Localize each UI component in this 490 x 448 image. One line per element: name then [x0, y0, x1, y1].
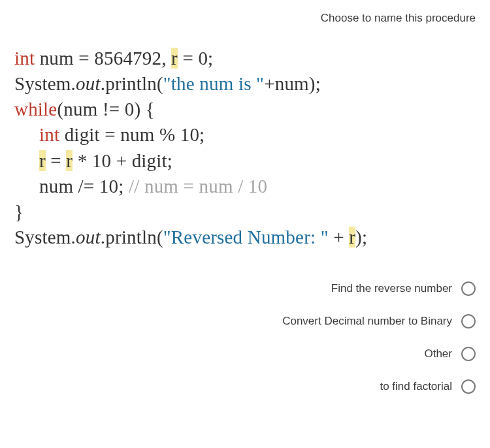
option-row[interactable]: to find factorial: [0, 370, 476, 403]
option-row[interactable]: Find the reverse number: [0, 272, 476, 305]
code-text: (num != 0) {: [57, 99, 154, 120]
radio-icon[interactable]: [461, 281, 476, 296]
question-title: Choose to name this procedure: [321, 12, 476, 24]
radio-icon[interactable]: [461, 379, 476, 394]
option-label: Other: [424, 347, 452, 360]
code-text: =: [46, 150, 66, 171]
code-line-1: int num = 8564792, r = 0;: [14, 46, 477, 71]
identifier-out: out: [76, 227, 101, 248]
code-comment: // num = num / 10: [129, 176, 267, 197]
code-text: );: [355, 227, 367, 248]
highlight-r: r: [171, 48, 178, 69]
answer-options: Find the reverse number Convert Decimal …: [0, 272, 490, 403]
code-text: * 10 + digit;: [73, 150, 172, 171]
code-line-8: System.out.println("Reversed Number: " +…: [14, 225, 477, 250]
option-label: Convert Decimal number to Binary: [282, 315, 452, 328]
code-text: num = 8564792,: [35, 48, 171, 69]
code-text: num /= 10;: [39, 176, 129, 197]
code-text: }: [14, 201, 24, 222]
code-line-2: System.out.println("the num is "+num);: [14, 71, 477, 97]
code-text: .println(: [101, 73, 163, 94]
option-label: to find factorial: [380, 380, 452, 393]
code-text: .println(: [101, 227, 163, 248]
code-text: System.: [14, 227, 76, 248]
radio-icon[interactable]: [461, 347, 476, 361]
code-block: int num = 8564792, r = 0; System.out.pri…: [0, 25, 490, 250]
string-literal: "Reversed Number: ": [163, 227, 329, 248]
keyword-int: int: [39, 124, 59, 145]
option-row[interactable]: Other: [0, 338, 476, 370]
highlight-r: r: [39, 150, 46, 171]
identifier-out: out: [76, 73, 101, 94]
highlight-r: r: [66, 150, 73, 171]
code-line-5: r = r * 10 + digit;: [14, 148, 477, 174]
code-text: +: [329, 227, 349, 248]
code-text: System.: [14, 73, 76, 94]
option-label: Find the reverse number: [331, 282, 452, 295]
option-row[interactable]: Convert Decimal number to Binary: [0, 305, 476, 338]
code-text: = 0;: [178, 48, 213, 69]
highlight-r: r: [349, 227, 355, 248]
keyword-int: int: [14, 48, 35, 69]
string-literal: "the num is ": [163, 73, 264, 94]
code-line-7: }: [14, 199, 477, 225]
question-header: Choose to name this procedure: [0, 0, 490, 25]
keyword-while: while: [14, 99, 57, 120]
code-text: +num);: [264, 73, 321, 94]
code-line-4: int digit = num % 10;: [14, 122, 477, 148]
code-text: digit = num % 10;: [59, 124, 204, 145]
radio-icon[interactable]: [461, 314, 476, 328]
code-line-3: while(num != 0) {: [14, 97, 477, 122]
code-line-6: num /= 10; // num = num / 10: [14, 174, 477, 199]
